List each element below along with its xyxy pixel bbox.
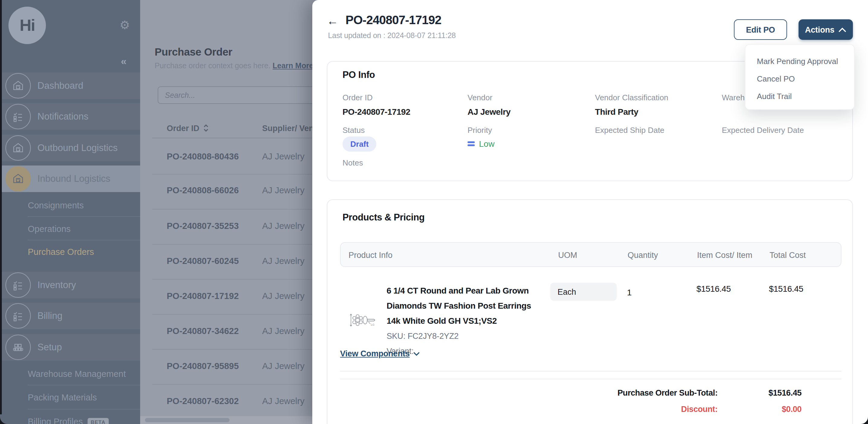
sidebar-item-label: Outbound Logistics bbox=[37, 143, 118, 153]
po-row-id[interactable]: PO-240808-80436 bbox=[167, 152, 239, 161]
product-name: 6 1/4 CT Round and Pear Lab Grown Diamon… bbox=[386, 283, 545, 329]
po-row-id[interactable]: PO-240808-66026 bbox=[167, 185, 239, 195]
sidebar-item-label: Dashboard bbox=[37, 80, 83, 91]
checklist-icon bbox=[5, 272, 31, 298]
status-label: Status bbox=[342, 126, 365, 135]
po-row-vendor: AJ Jewelry bbox=[262, 256, 304, 266]
po-row-id[interactable]: PO-240807-35253 bbox=[167, 221, 239, 231]
divider bbox=[152, 138, 313, 138]
menu-item-mark-pending-approval[interactable]: Mark Pending Approval bbox=[757, 53, 838, 70]
discount-label: Discount: bbox=[518, 405, 718, 414]
discount-value: $0.00 bbox=[718, 405, 802, 414]
page-subtitle: Purchase order context goes here. Learn … bbox=[155, 62, 313, 70]
po-row-vendor: AJ Jewelry bbox=[262, 361, 304, 371]
sidebar-item-inventory[interactable]: Inventory bbox=[0, 272, 140, 298]
divider bbox=[152, 174, 313, 175]
divider bbox=[28, 240, 140, 240]
status-badge: Draft bbox=[342, 137, 377, 152]
column-header-supplier-vendor[interactable]: Supplier/ Vendor bbox=[262, 124, 313, 133]
search-placeholder: Search... bbox=[165, 91, 195, 99]
sidebar-item-inbound-logistics[interactable]: Inbound Logistics bbox=[0, 165, 140, 192]
sidebar-collapse-icon[interactable]: « bbox=[121, 56, 127, 68]
notes-label: Notes bbox=[342, 158, 363, 167]
col-quantity: Quantity bbox=[628, 251, 658, 260]
col-item-cost: Item Cost/ Item bbox=[697, 251, 752, 260]
po-row-id[interactable]: PO-240807-62302 bbox=[167, 396, 239, 406]
sidebar-subitem-warehouse-management[interactable]: Warehouse Management bbox=[28, 369, 140, 379]
window-left-edge bbox=[0, 0, 2, 424]
divider bbox=[340, 371, 841, 371]
app-window: Hi ⚙ « Dashboard Notifications bbox=[0, 0, 868, 424]
gear-icon[interactable]: ⚙ bbox=[120, 19, 130, 31]
sidebar-item-notifications[interactable]: Notifications bbox=[0, 103, 140, 130]
divider bbox=[28, 216, 140, 217]
sidebar-subitem-operations[interactable]: Operations bbox=[28, 224, 140, 234]
chevron-down-icon bbox=[413, 351, 420, 356]
sidebar-subitem-consignments[interactable]: Consignments bbox=[28, 201, 140, 210]
po-row-id[interactable]: PO-240807-17192 bbox=[167, 291, 239, 301]
quantity-value: 1 bbox=[627, 287, 631, 297]
sidebar-item-billing[interactable]: Billing bbox=[0, 303, 140, 329]
vendor-classification-label: Vendor Classification bbox=[595, 93, 669, 102]
chevron-up-icon bbox=[839, 27, 846, 32]
sidebar-subitem-label: Billing Profiles bbox=[28, 417, 83, 424]
warehouse-icon bbox=[5, 135, 31, 161]
column-header-order-id[interactable]: Order ID bbox=[167, 124, 209, 133]
po-row-vendor: AJ Jewelry bbox=[262, 396, 304, 406]
edit-po-button[interactable]: Edit PO bbox=[734, 19, 787, 40]
divider bbox=[340, 379, 841, 379]
subtotal-label: Purchase Order Sub-Total: bbox=[518, 388, 718, 397]
menu-item-audit-trail[interactable]: Audit Trail bbox=[757, 88, 792, 105]
sidebar-item-dashboard[interactable]: Dashboard bbox=[0, 72, 140, 99]
horizontal-scrollbar[interactable] bbox=[140, 416, 313, 424]
app-logo-text: Hi bbox=[20, 16, 35, 35]
actions-button[interactable]: Actions bbox=[799, 19, 853, 40]
products-table-header: Product Info UOM Quantity Item Cost/ Ite… bbox=[340, 242, 841, 267]
item-cost-value: $1516.45 bbox=[696, 284, 731, 294]
sort-icon[interactable] bbox=[203, 124, 209, 132]
sidebar-item-label: Billing bbox=[37, 310, 63, 321]
learn-more-link[interactable]: Learn More bbox=[273, 62, 313, 70]
divider bbox=[28, 385, 140, 385]
sidebar-subitem-billing-profiles[interactable]: Billing ProfilesBETA bbox=[28, 417, 140, 424]
svg-text:LG: LG bbox=[371, 323, 374, 326]
warehouse-icon bbox=[5, 166, 31, 191]
po-row-id[interactable]: PO-240807-60245 bbox=[167, 256, 239, 266]
sidebar-item-outbound-logistics[interactable]: Outbound Logistics bbox=[0, 135, 140, 161]
uom-select[interactable]: Each bbox=[550, 283, 617, 301]
po-row-vendor: AJ Jewelry bbox=[262, 291, 304, 301]
scrollbar-thumb[interactable] bbox=[145, 418, 229, 422]
priority-low-icon bbox=[467, 140, 475, 148]
sidebar-subitem-purchase-orders[interactable]: Purchase Orders bbox=[28, 247, 140, 257]
po-detail-drawer: ← PO-240807-17192 Last updated on : 2024… bbox=[312, 0, 868, 424]
menu-item-cancel-po[interactable]: Cancel PO bbox=[757, 70, 795, 88]
discount-row: Discount: $0.00 bbox=[518, 405, 802, 414]
subtotal-value: $1516.45 bbox=[718, 388, 802, 397]
expected-delivery-date-label: Expected Delivery Date bbox=[722, 126, 804, 135]
search-input[interactable]: Search... bbox=[158, 86, 313, 104]
back-arrow-icon[interactable]: ← bbox=[327, 14, 338, 28]
product-sku: SKU: FC2JY8-2YZ2 bbox=[386, 332, 459, 341]
beta-badge: BETA bbox=[88, 418, 108, 424]
view-components-link[interactable]: View Components bbox=[340, 349, 420, 358]
divider bbox=[152, 314, 313, 315]
vendor-value: AJ Jewelry bbox=[467, 107, 510, 117]
divider bbox=[152, 244, 313, 245]
sidebar-item-label: Inventory bbox=[37, 280, 76, 291]
sidebar-item-setup[interactable]: Setup bbox=[0, 334, 140, 361]
products-pricing-card: Products & Pricing Product Info UOM Quan… bbox=[327, 199, 853, 424]
po-row-vendor: AJ Jewelry bbox=[262, 221, 304, 231]
divider bbox=[152, 349, 313, 350]
app-logo[interactable]: Hi bbox=[8, 7, 46, 44]
sidebar-item-label: Setup bbox=[37, 342, 62, 353]
order-id-value: PO-240807-17192 bbox=[342, 107, 410, 117]
vendor-classification-value: Third Party bbox=[595, 107, 638, 117]
po-detail-title: PO-240807-17192 bbox=[345, 13, 441, 27]
sidebar-item-label: Inbound Logistics bbox=[37, 173, 110, 184]
actions-dropdown-menu: Mark Pending Approval Cancel PO Audit Tr… bbox=[745, 44, 855, 110]
total-cost-value: $1516.45 bbox=[769, 284, 803, 294]
priority-value: Low bbox=[467, 139, 494, 149]
po-row-id[interactable]: PO-240807-34622 bbox=[167, 326, 239, 336]
po-row-id[interactable]: PO-240807-95895 bbox=[167, 361, 239, 371]
sidebar-subitem-packing-materials[interactable]: Packing Materials bbox=[28, 393, 140, 402]
